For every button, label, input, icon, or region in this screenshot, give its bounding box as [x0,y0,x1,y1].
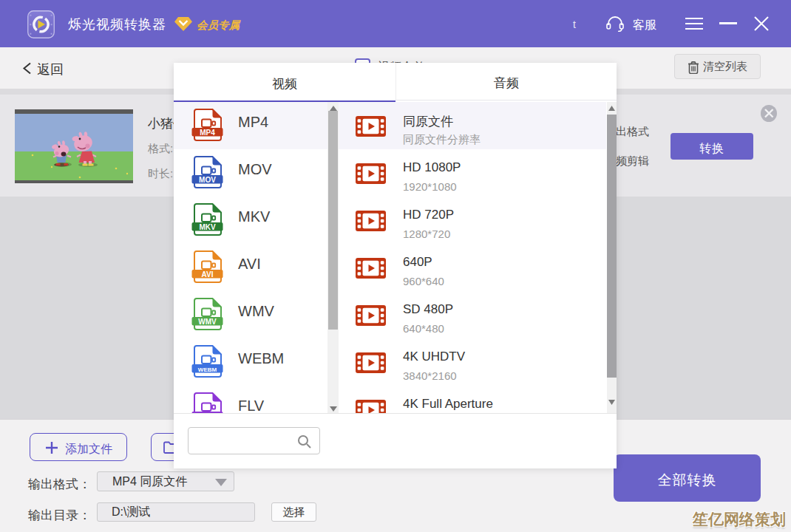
svg-text:MP4: MP4 [200,129,215,137]
svg-text:MOV: MOV [199,176,216,184]
svg-text:WMV: WMV [198,318,217,326]
svg-text:MKV: MKV [199,223,216,231]
svg-text:AVI: AVI [202,270,214,279]
svg-text:WEBM: WEBM [198,366,217,373]
